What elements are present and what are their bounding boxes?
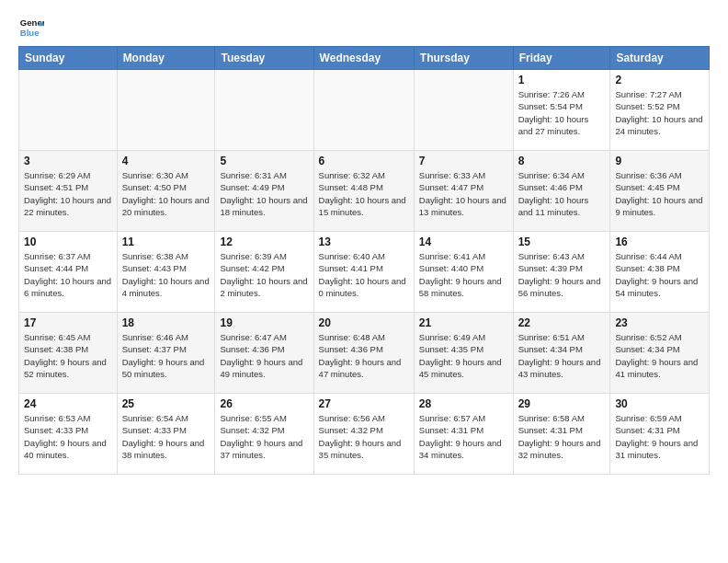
day-info: Sunrise: 7:27 AM Sunset: 5:52 PM Dayligh… — [615, 88, 704, 137]
day-info: Sunrise: 6:30 AM Sunset: 4:50 PM Dayligh… — [122, 169, 210, 218]
day-number: 9 — [615, 155, 704, 167]
day-info: Sunrise: 6:31 AM Sunset: 4:49 PM Dayligh… — [220, 169, 308, 218]
day-number: 4 — [122, 155, 210, 167]
day-info: Sunrise: 6:43 AM Sunset: 4:39 PM Dayligh… — [518, 250, 606, 299]
day-info: Sunrise: 6:32 AM Sunset: 4:48 PM Dayligh… — [319, 169, 409, 218]
day-info: Sunrise: 6:56 AM Sunset: 4:32 PM Dayligh… — [319, 412, 409, 461]
day-number: 21 — [419, 316, 508, 329]
day-number: 5 — [220, 155, 308, 167]
calendar-cell — [215, 70, 313, 151]
header: General Blue — [18, 15, 710, 40]
day-info: Sunrise: 6:57 AM Sunset: 4:31 PM Dayligh… — [419, 412, 508, 461]
day-number: 23 — [615, 316, 704, 329]
day-number: 22 — [518, 316, 606, 329]
day-info: Sunrise: 6:48 AM Sunset: 4:36 PM Dayligh… — [319, 331, 409, 380]
day-info: Sunrise: 6:51 AM Sunset: 4:34 PM Dayligh… — [518, 331, 606, 380]
day-number: 25 — [122, 397, 210, 410]
day-info: Sunrise: 6:29 AM Sunset: 4:51 PM Dayligh… — [24, 169, 112, 218]
day-number: 30 — [615, 397, 704, 410]
day-info: Sunrise: 6:40 AM Sunset: 4:41 PM Dayligh… — [319, 250, 409, 299]
calendar-cell: 20Sunrise: 6:48 AM Sunset: 4:36 PM Dayli… — [313, 313, 414, 394]
calendar-week-row: 10Sunrise: 6:37 AM Sunset: 4:44 PM Dayli… — [19, 232, 710, 313]
calendar-cell: 2Sunrise: 7:27 AM Sunset: 5:52 PM Daylig… — [610, 70, 710, 151]
header-friday: Friday — [513, 47, 610, 70]
calendar-cell: 29Sunrise: 6:58 AM Sunset: 4:31 PM Dayli… — [513, 394, 610, 475]
day-number: 6 — [319, 155, 409, 167]
calendar-cell: 23Sunrise: 6:52 AM Sunset: 4:34 PM Dayli… — [610, 313, 710, 394]
calendar-cell: 7Sunrise: 6:33 AM Sunset: 4:47 PM Daylig… — [414, 151, 513, 232]
header-saturday: Saturday — [610, 47, 710, 70]
header-monday: Monday — [117, 47, 215, 70]
header-wednesday: Wednesday — [313, 47, 414, 70]
calendar-cell: 18Sunrise: 6:46 AM Sunset: 4:37 PM Dayli… — [117, 313, 215, 394]
day-info: Sunrise: 6:39 AM Sunset: 4:42 PM Dayligh… — [220, 250, 308, 299]
header-thursday: Thursday — [414, 47, 513, 70]
svg-text:Blue: Blue — [20, 28, 40, 38]
calendar-cell: 30Sunrise: 6:59 AM Sunset: 4:31 PM Dayli… — [610, 394, 710, 475]
day-number: 2 — [615, 74, 704, 86]
calendar-cell: 5Sunrise: 6:31 AM Sunset: 4:49 PM Daylig… — [215, 151, 313, 232]
day-number: 24 — [24, 397, 112, 410]
header-tuesday: Tuesday — [215, 47, 313, 70]
logo: General Blue — [18, 15, 44, 40]
calendar-cell: 15Sunrise: 6:43 AM Sunset: 4:39 PM Dayli… — [513, 232, 610, 313]
day-info: Sunrise: 6:53 AM Sunset: 4:33 PM Dayligh… — [24, 412, 112, 461]
header-sunday: Sunday — [19, 47, 118, 70]
day-number: 20 — [319, 316, 409, 329]
calendar-cell: 17Sunrise: 6:45 AM Sunset: 4:38 PM Dayli… — [19, 313, 118, 394]
calendar-cell: 4Sunrise: 6:30 AM Sunset: 4:50 PM Daylig… — [117, 151, 215, 232]
day-info: Sunrise: 7:26 AM Sunset: 5:54 PM Dayligh… — [518, 88, 606, 137]
day-info: Sunrise: 6:58 AM Sunset: 4:31 PM Dayligh… — [518, 412, 606, 461]
calendar-week-row: 1Sunrise: 7:26 AM Sunset: 5:54 PM Daylig… — [19, 70, 710, 151]
calendar-cell: 28Sunrise: 6:57 AM Sunset: 4:31 PM Dayli… — [414, 394, 513, 475]
day-info: Sunrise: 6:34 AM Sunset: 4:46 PM Dayligh… — [518, 169, 606, 218]
day-info: Sunrise: 6:44 AM Sunset: 4:38 PM Dayligh… — [615, 250, 704, 299]
logo-icon: General Blue — [18, 15, 44, 40]
calendar-cell — [117, 70, 215, 151]
day-info: Sunrise: 6:41 AM Sunset: 4:40 PM Dayligh… — [419, 250, 508, 299]
calendar-cell: 11Sunrise: 6:38 AM Sunset: 4:43 PM Dayli… — [117, 232, 215, 313]
day-number: 13 — [319, 236, 409, 248]
day-number: 7 — [419, 155, 508, 167]
day-number: 16 — [615, 236, 704, 248]
day-info: Sunrise: 6:47 AM Sunset: 4:36 PM Dayligh… — [220, 331, 308, 380]
day-number: 8 — [518, 155, 606, 167]
calendar-cell: 10Sunrise: 6:37 AM Sunset: 4:44 PM Dayli… — [19, 232, 118, 313]
day-info: Sunrise: 6:36 AM Sunset: 4:45 PM Dayligh… — [615, 169, 704, 218]
calendar-cell: 25Sunrise: 6:54 AM Sunset: 4:33 PM Dayli… — [117, 394, 215, 475]
calendar-cell: 21Sunrise: 6:49 AM Sunset: 4:35 PM Dayli… — [414, 313, 513, 394]
day-number: 28 — [419, 397, 508, 410]
calendar-cell: 19Sunrise: 6:47 AM Sunset: 4:36 PM Dayli… — [215, 313, 313, 394]
calendar-cell: 16Sunrise: 6:44 AM Sunset: 4:38 PM Dayli… — [610, 232, 710, 313]
day-number: 19 — [220, 316, 308, 329]
calendar-cell: 3Sunrise: 6:29 AM Sunset: 4:51 PM Daylig… — [19, 151, 118, 232]
calendar-header-row: SundayMondayTuesdayWednesdayThursdayFrid… — [19, 47, 710, 70]
day-info: Sunrise: 6:55 AM Sunset: 4:32 PM Dayligh… — [220, 412, 308, 461]
day-info: Sunrise: 6:54 AM Sunset: 4:33 PM Dayligh… — [122, 412, 210, 461]
calendar-cell: 9Sunrise: 6:36 AM Sunset: 4:45 PM Daylig… — [610, 151, 710, 232]
calendar-week-row: 24Sunrise: 6:53 AM Sunset: 4:33 PM Dayli… — [19, 394, 710, 475]
day-info: Sunrise: 6:45 AM Sunset: 4:38 PM Dayligh… — [24, 331, 112, 380]
calendar-table: SundayMondayTuesdayWednesdayThursdayFrid… — [18, 46, 710, 475]
day-number: 29 — [518, 397, 606, 410]
day-number: 11 — [122, 236, 210, 248]
calendar-cell: 13Sunrise: 6:40 AM Sunset: 4:41 PM Dayli… — [313, 232, 414, 313]
calendar-cell: 26Sunrise: 6:55 AM Sunset: 4:32 PM Dayli… — [215, 394, 313, 475]
calendar-cell — [414, 70, 513, 151]
calendar-cell: 12Sunrise: 6:39 AM Sunset: 4:42 PM Dayli… — [215, 232, 313, 313]
calendar-week-row: 17Sunrise: 6:45 AM Sunset: 4:38 PM Dayli… — [19, 313, 710, 394]
day-number: 10 — [24, 236, 112, 248]
calendar-cell: 1Sunrise: 7:26 AM Sunset: 5:54 PM Daylig… — [513, 70, 610, 151]
day-number: 12 — [220, 236, 308, 248]
calendar-cell — [313, 70, 414, 151]
calendar-cell: 22Sunrise: 6:51 AM Sunset: 4:34 PM Dayli… — [513, 313, 610, 394]
day-number: 3 — [24, 155, 112, 167]
day-info: Sunrise: 6:37 AM Sunset: 4:44 PM Dayligh… — [24, 250, 112, 299]
day-info: Sunrise: 6:52 AM Sunset: 4:34 PM Dayligh… — [615, 331, 704, 380]
day-number: 17 — [24, 316, 112, 329]
calendar-cell — [19, 70, 118, 151]
calendar-cell: 27Sunrise: 6:56 AM Sunset: 4:32 PM Dayli… — [313, 394, 414, 475]
day-info: Sunrise: 6:49 AM Sunset: 4:35 PM Dayligh… — [419, 331, 508, 380]
day-info: Sunrise: 6:38 AM Sunset: 4:43 PM Dayligh… — [122, 250, 210, 299]
calendar-cell: 24Sunrise: 6:53 AM Sunset: 4:33 PM Dayli… — [19, 394, 118, 475]
